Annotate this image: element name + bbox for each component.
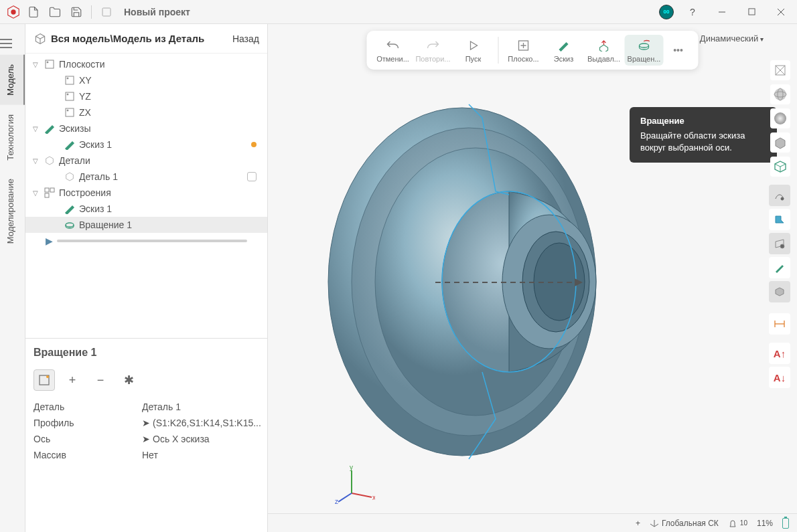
svg-text:x: x bbox=[372, 494, 375, 501]
svg-point-17 bbox=[67, 94, 68, 95]
cursor-icon: ➤ bbox=[142, 434, 150, 444]
tree-node-constructions[interactable]: ▽ Построения bbox=[25, 185, 267, 201]
vis-sketches-button[interactable] bbox=[769, 257, 790, 278]
part-icon bbox=[63, 170, 76, 183]
tab-technology[interactable]: Технология bbox=[0, 105, 25, 170]
prop-value-array[interactable]: Нет bbox=[142, 450, 261, 460]
back-button[interactable]: Назад bbox=[232, 33, 259, 44]
coord-system-selector[interactable]: Глобальная СК bbox=[650, 519, 719, 528]
realistic-mode-button[interactable] bbox=[770, 157, 790, 177]
plane-icon bbox=[63, 74, 76, 87]
add-button[interactable]: + bbox=[62, 369, 83, 391]
tree-node-zx[interactable]: ZX bbox=[25, 104, 267, 120]
sketch-icon bbox=[558, 37, 570, 54]
vis-bodies-button[interactable] bbox=[769, 281, 790, 302]
shaded-mode-button[interactable] bbox=[770, 108, 790, 128]
svg-point-27 bbox=[46, 375, 49, 378]
revolve-icon bbox=[63, 218, 76, 232]
sketch-icon bbox=[63, 138, 76, 151]
prop-label-profile: Профиль bbox=[33, 418, 134, 428]
run-button[interactable]: Пуск bbox=[454, 35, 493, 66]
svg-rect-4 bbox=[748, 9, 754, 15]
model-tree: ▽ Плоскости XY YZ ZX ▽ Эскизы bbox=[25, 54, 267, 338]
history-timeline[interactable]: ▶ bbox=[25, 233, 267, 249]
viewport-3d[interactable]: Динамический Отмени... Повтори... Пуск П… bbox=[268, 24, 797, 532]
play-icon bbox=[467, 37, 480, 54]
svg-point-13 bbox=[47, 62, 48, 63]
play-icon[interactable]: ▶ bbox=[46, 236, 53, 246]
tree-label: ZX bbox=[79, 107, 262, 118]
annotation-up-button[interactable]: A↑ bbox=[769, 343, 790, 364]
status-bar: + Глобальная СК 10 11% bbox=[268, 513, 797, 532]
tree-node-parts[interactable]: ▽ Детали bbox=[25, 153, 267, 169]
properties-title: Вращение 1 bbox=[33, 347, 259, 359]
notifications-button[interactable]: 10 bbox=[728, 519, 747, 528]
tree-node-yz[interactable]: YZ bbox=[25, 88, 267, 104]
properties-panel: Вращение 1 + − ✱ Деталь Деталь 1 Профиль… bbox=[25, 338, 267, 532]
redo-button[interactable]: Повтори... bbox=[414, 35, 453, 66]
vis-planes-button[interactable] bbox=[769, 233, 790, 254]
view-mode-dropdown[interactable]: Динамический bbox=[700, 33, 764, 43]
open-file-button[interactable] bbox=[46, 3, 64, 21]
visibility-checkbox[interactable] bbox=[247, 172, 257, 181]
subtract-button[interactable]: − bbox=[90, 369, 111, 391]
tree-node-part1[interactable]: Деталь 1 bbox=[25, 169, 267, 185]
tab-modeling[interactable]: Моделирование bbox=[0, 169, 25, 253]
wireframe-mode-button[interactable] bbox=[770, 60, 790, 80]
more-tools-button[interactable]: ••• bbox=[665, 45, 692, 56]
tab-model[interactable]: Модель bbox=[0, 55, 25, 105]
menu-button[interactable] bbox=[0, 32, 25, 55]
intersect-button[interactable]: ✱ bbox=[118, 369, 139, 391]
svg-rect-23 bbox=[50, 188, 54, 192]
add-button[interactable]: + bbox=[636, 519, 640, 528]
prop-label-array: Массив bbox=[33, 450, 134, 460]
sketch-button[interactable]: Эскиз bbox=[545, 35, 583, 66]
vis-curves-button[interactable] bbox=[769, 185, 790, 206]
close-button[interactable] bbox=[770, 3, 792, 21]
timeline-track[interactable] bbox=[57, 240, 247, 242]
plane-button[interactable]: Плоско... bbox=[504, 35, 543, 66]
axis-gizmo[interactable]: x y z bbox=[335, 465, 375, 505]
save-file-button[interactable] bbox=[67, 3, 86, 21]
svg-marker-28 bbox=[471, 41, 478, 50]
new-file-button[interactable] bbox=[24, 3, 43, 21]
tree-label: Детали bbox=[59, 155, 262, 166]
svg-rect-14 bbox=[66, 76, 74, 84]
select-region-button[interactable] bbox=[33, 369, 55, 391]
breadcrumb[interactable]: Вся модель\Модель из Деталь bbox=[33, 32, 232, 46]
svg-text:z: z bbox=[335, 498, 338, 505]
annotation-down-button[interactable]: A↓ bbox=[769, 367, 790, 388]
tree-node-sketches[interactable]: ▽ Эскизы bbox=[25, 120, 267, 137]
redo-icon bbox=[427, 37, 440, 54]
prop-value-axis[interactable]: ➤Ось X эскиза bbox=[142, 434, 261, 444]
tree-node-revolve1[interactable]: Вращение 1 bbox=[25, 217, 267, 233]
tree-node-planes[interactable]: ▽ Плоскости bbox=[25, 56, 267, 72]
chevron-down-icon[interactable]: ▽ bbox=[31, 189, 40, 197]
chevron-down-icon[interactable]: ▽ bbox=[31, 157, 40, 165]
vis-dimensions-button[interactable] bbox=[769, 313, 790, 335]
help-button[interactable]: ? bbox=[682, 3, 703, 21]
zoom-level[interactable]: 11% bbox=[757, 519, 773, 528]
svg-rect-16 bbox=[66, 92, 74, 100]
revolve-button[interactable]: Вращен... bbox=[625, 35, 664, 66]
tree-node-xy[interactable]: XY bbox=[25, 72, 267, 88]
chevron-down-icon[interactable]: ▽ bbox=[31, 125, 40, 132]
prop-value-part[interactable]: Деталь 1 bbox=[142, 402, 261, 412]
svg-marker-21 bbox=[66, 173, 74, 181]
minimize-button[interactable] bbox=[711, 3, 733, 21]
extrude-button[interactable]: Выдавл... bbox=[585, 35, 624, 66]
main-area: Модель Технология Моделирование Вся моде… bbox=[0, 24, 797, 532]
tree-node-sketch1[interactable]: Эскиз 1 bbox=[25, 137, 267, 153]
svg-point-39 bbox=[774, 112, 786, 124]
modified-indicator bbox=[251, 142, 257, 147]
tree-node-constr-sketch1[interactable]: Эскиз 1 bbox=[25, 201, 267, 217]
prop-value-profile[interactable]: ➤(S1:K26,S1:K14,S1:K15... bbox=[142, 418, 261, 428]
window-icon[interactable] bbox=[97, 3, 116, 21]
maximize-button[interactable] bbox=[741, 3, 762, 21]
mesh-mode-button[interactable] bbox=[770, 84, 790, 104]
solid-mode-button[interactable] bbox=[770, 132, 790, 153]
vis-machining-button[interactable] bbox=[769, 209, 790, 230]
undo-button[interactable]: Отмени... bbox=[374, 35, 413, 66]
chevron-down-icon[interactable]: ▽ bbox=[31, 61, 40, 68]
user-avatar[interactable]: 00 bbox=[659, 5, 674, 19]
